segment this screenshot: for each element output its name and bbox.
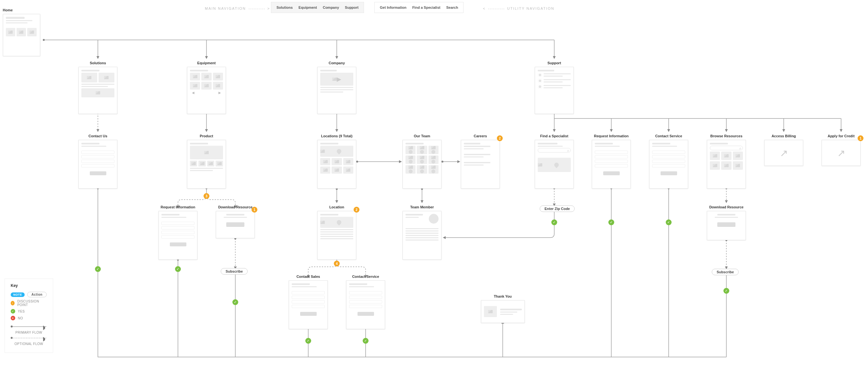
node-title: Download Resource [216,205,255,209]
node-equipment[interactable]: Equipment◀▶ [187,61,226,114]
key-title: Key [11,283,47,288]
key-primary-label: PRIMARY FLOW [16,331,42,334]
node-team_member[interactable]: Team Member [403,205,441,260]
node-contact_us[interactable]: Contact Us [79,134,117,189]
action-subscribe2[interactable]: Subscribe [712,269,739,275]
node-title: Contact Sales [289,275,328,279]
wireframe-card [535,140,574,189]
legend-key: Key NOTE Action !DISCUSSION POINT ✓YES ✕… [4,279,53,353]
main-nav-label: MAIN NAVIGATION> [205,6,270,10]
wireframe-card [649,140,688,189]
badge-g_cs1 [666,220,672,225]
node-solutions[interactable]: Solutions [79,61,117,114]
node-title: Solutions [79,61,117,65]
node-title: Request Information [592,134,631,138]
wireframe-card [403,140,441,189]
node-title: Our Team [403,134,441,138]
wireframe-card [187,140,226,189]
node-title: Product [187,134,226,138]
key-yes: YES [18,310,25,313]
wireframe-card [481,300,525,323]
node-title: Contact Service [346,275,385,279]
node-locations[interactable]: Locations (9 Total) [317,134,356,189]
wireframe-card [346,280,385,329]
node-product[interactable]: Product [187,134,226,189]
key-optional-flow [11,337,47,340]
node-browse[interactable]: Browse Resources [707,134,746,189]
node-contact_service1[interactable]: Contact Service [649,134,688,189]
wireframe-card [289,280,328,329]
node-req_info1[interactable]: Request Information [592,134,631,189]
key-optional-label: OPTIONAL FLOW [14,342,43,346]
node-title: Team Member [403,205,441,209]
wireframe-card [403,211,441,260]
node-company[interactable]: Company▶ [317,61,356,114]
key-note: NOTE [11,292,25,297]
node-home[interactable]: Home [3,8,40,56]
nav-support[interactable]: Support [345,5,359,9]
wireframe-card [461,140,500,189]
wireframe-card [158,211,197,260]
node-title: Equipment [187,61,226,65]
main-nav: Solutions Equipment Company Support [271,2,364,13]
action-enter_zip[interactable]: Enter Zip Code [540,205,575,212]
wireframe-card [216,211,255,238]
wireframe-card [707,140,746,189]
node-download1[interactable]: Download Resource [216,205,255,238]
node-contact_service2[interactable]: Contact Service [346,275,385,329]
node-title: Apply for Credit [822,134,861,138]
node-find_specialist[interactable]: Find a Specialist [535,134,574,189]
nav-company[interactable]: Company [323,5,339,9]
node-title: Support [535,61,574,65]
node-our_team[interactable]: Our Team [403,134,441,189]
badge-credit: 1 [858,135,864,141]
wireframe-card: ▶ [317,67,356,114]
wireframe-card [3,14,40,56]
nav-find-specialist[interactable]: Find a Specialist [412,5,440,9]
badge-g_sales [305,338,311,344]
node-billing[interactable]: Access Billing↗ [764,134,803,166]
badge-loc_branch: 4 [334,261,340,266]
badge-download1: 1 [251,207,257,212]
node-req_info2[interactable]: Request Information [158,205,197,260]
action-subscribe1[interactable]: Subscribe [221,268,248,275]
utility-nav: Get Information Find a Specialist Search [374,2,464,13]
node-title: Contact Us [79,134,117,138]
node-careers[interactable]: Careers [461,134,500,189]
key-action: Action [27,292,47,297]
node-location[interactable]: Location [317,205,356,260]
badge-location: 2 [353,207,360,212]
wireframe-card [317,211,356,260]
wireframe-card [707,211,746,240]
node-title: Download Resource [707,205,746,209]
badge-g_zip [551,220,557,225]
node-title: Locations (9 Total) [317,134,356,138]
wireframe-card: ↗ [764,140,803,166]
node-thank_you[interactable]: Thank You [481,294,525,323]
wireframe-card [79,140,117,189]
node-title: Contact Service [649,134,688,138]
node-title: Request Information [158,205,197,209]
wireframe-card [592,140,631,189]
badge-g_sub1 [232,299,238,305]
node-contact_sales[interactable]: Contact Sales [289,275,328,329]
nav-solutions[interactable]: Solutions [277,5,293,9]
nav-equipment[interactable]: Equipment [299,5,317,9]
badge-careers: 2 [497,135,503,141]
node-title: Thank You [481,294,525,298]
node-title: Location [317,205,356,209]
key-no: NO [18,316,23,320]
node-title: Browse Resources [707,134,746,138]
badge-g_cs2 [363,338,369,344]
node-download2[interactable]: Download Resource [707,205,746,240]
badge-product_branch: 3 [204,193,209,199]
badge-g_contact_us [95,266,101,272]
nav-get-info[interactable]: Get Information [380,5,406,9]
node-support[interactable]: Support [535,61,574,114]
wireframe-card: ◀▶ [187,67,226,114]
badge-g_req_info1 [609,220,614,225]
node-credit[interactable]: Apply for Credit↗ [822,134,861,166]
wireframe-card [79,67,117,114]
key-discussion: DISCUSSION POINT [17,300,47,307]
nav-search[interactable]: Search [446,5,458,9]
